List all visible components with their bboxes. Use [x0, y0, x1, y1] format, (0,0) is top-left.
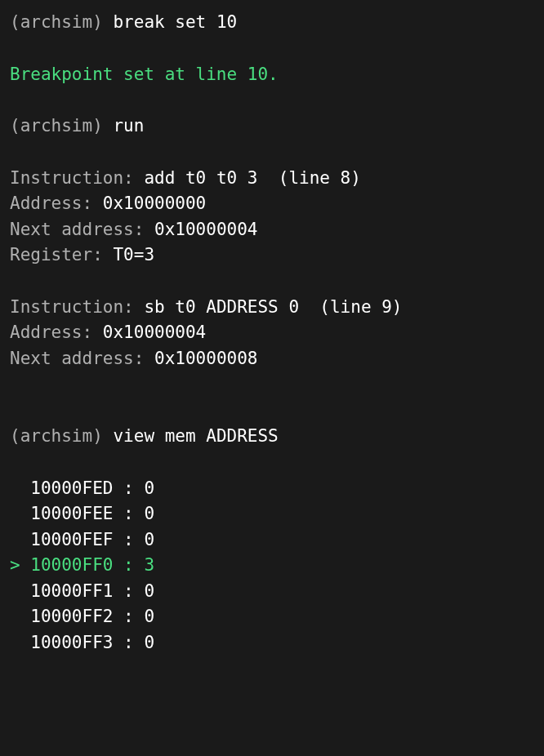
register-label: Register:	[10, 245, 103, 265]
memory-marker	[10, 581, 30, 601]
command-input: run	[113, 116, 144, 136]
memory-address: 10000FF0	[30, 555, 113, 575]
memory-address: 10000FED	[30, 478, 113, 498]
instruction-block-2: Instruction: sb t0 ADDRESS 0 (line 9) Ad…	[10, 295, 534, 372]
instruction-text: sb t0 ADDRESS 0 (line 9)	[144, 297, 402, 317]
memory-address: 10000FF1	[30, 581, 113, 601]
prompt-label: (archsim)	[10, 116, 103, 136]
memory-row: 10000FF1 : 0	[10, 579, 534, 605]
prompt-line-1[interactable]: (archsim) break set 10	[10, 10, 534, 36]
memory-sep: :	[113, 581, 144, 601]
memory-value: 3	[144, 555, 154, 575]
prompt-line-2[interactable]: (archsim) run	[10, 113, 534, 140]
memory-row: 10000FF2 : 0	[10, 604, 534, 630]
memory-marker	[10, 607, 30, 626]
terminal-output: (archsim) break set 10 Breakpoint set at…	[10, 10, 534, 656]
command-input: break set 10	[113, 12, 237, 32]
memory-value: 0	[144, 581, 154, 601]
instruction-label: Instruction:	[10, 168, 134, 188]
address-label: Address:	[10, 322, 92, 342]
memory-value: 0	[144, 633, 154, 652]
memory-address: 10000FF3	[30, 633, 113, 652]
memory-row: 10000FEF : 0	[10, 527, 534, 554]
memory-sep: :	[113, 633, 144, 652]
address-value: 0x10000000	[103, 193, 206, 213]
memory-row: 10000FED : 0	[10, 476, 534, 502]
next-address-label: Next address:	[10, 220, 144, 239]
memory-address: 10000FF2	[30, 607, 113, 626]
command-input: view mem ADDRESS	[113, 426, 278, 446]
memory-value: 0	[144, 504, 154, 523]
memory-sep: :	[113, 530, 144, 549]
next-address-label: Next address:	[10, 349, 144, 368]
breakpoint-message: Breakpoint set at line 10.	[10, 62, 534, 88]
prompt-label: (archsim)	[10, 12, 103, 32]
memory-marker	[10, 478, 30, 498]
memory-value: 0	[144, 530, 154, 549]
memory-table: 10000FED : 0 10000FEE : 0 10000FEF : 0> …	[10, 476, 534, 656]
memory-address: 10000FEF	[30, 530, 113, 549]
instruction-label: Instruction:	[10, 297, 134, 317]
memory-marker	[10, 633, 30, 652]
next-address-value: 0x10000004	[154, 220, 257, 239]
instruction-text: add t0 t0 3 (line 8)	[144, 168, 361, 188]
memory-marker	[10, 504, 30, 523]
memory-sep: :	[113, 504, 144, 523]
memory-row: 10000FF3 : 0	[10, 630, 534, 656]
memory-marker	[10, 530, 30, 549]
prompt-label: (archsim)	[10, 426, 103, 446]
next-address-value: 0x10000008	[154, 349, 257, 368]
register-value: T0=3	[113, 245, 154, 265]
address-label: Address:	[10, 193, 92, 213]
memory-sep: :	[113, 478, 144, 498]
memory-row: 10000FEE : 0	[10, 501, 534, 527]
memory-value: 0	[144, 607, 154, 626]
memory-sep: :	[113, 607, 144, 626]
memory-address: 10000FEE	[30, 504, 113, 523]
memory-marker: >	[10, 555, 30, 575]
memory-value: 0	[144, 478, 154, 498]
prompt-line-3[interactable]: (archsim) view mem ADDRESS	[10, 424, 534, 450]
memory-row: > 10000FF0 : 3	[10, 553, 534, 579]
memory-sep: :	[113, 555, 144, 575]
instruction-block-1: Instruction: add t0 t0 3 (line 8) Addres…	[10, 166, 534, 269]
address-value: 0x10000004	[103, 322, 206, 342]
